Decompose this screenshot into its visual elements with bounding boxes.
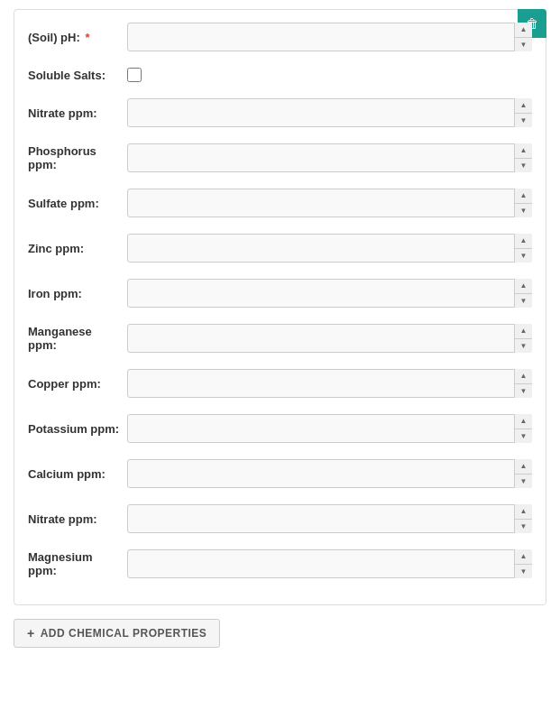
nitrate-ppm-1-label: Nitrate ppm:: [28, 106, 127, 120]
manganese-ppm-input[interactable]: [127, 324, 532, 353]
manganese-ppm-label: Manganese ppm:: [28, 325, 127, 352]
sulfate-ppm-spin-down[interactable]: ▼: [515, 204, 532, 218]
phosphorus-ppm-wrapper: ▲ ▼: [127, 143, 532, 172]
zinc-ppm-spinners: ▲ ▼: [514, 234, 532, 263]
sulfate-ppm-input[interactable]: [127, 189, 532, 217]
phosphorus-ppm-label: Phosphorus ppm:: [28, 144, 127, 171]
magnesium-ppm-spinners: ▲ ▼: [514, 549, 532, 578]
manganese-ppm-row: Manganese ppm: ▲ ▼: [28, 320, 532, 356]
nitrate-ppm-2-wrapper: ▲ ▼: [127, 504, 532, 533]
calcium-ppm-input[interactable]: [127, 459, 532, 488]
iron-ppm-input[interactable]: [127, 279, 532, 308]
manganese-ppm-wrapper: ▲ ▼: [127, 324, 532, 353]
zinc-ppm-label: Zinc ppm:: [28, 242, 127, 255]
iron-ppm-wrapper: ▲ ▼: [127, 279, 532, 308]
form-card: 🗑 (Soil) pH: * ▲ ▼ Soluble Salts: Nitrat…: [14, 9, 546, 605]
required-indicator: *: [85, 31, 89, 44]
potassium-ppm-input[interactable]: [127, 414, 532, 443]
potassium-ppm-row: Potassium ppm: ▲ ▼: [28, 410, 532, 447]
magnesium-ppm-spin-up[interactable]: ▲: [515, 549, 532, 565]
calcium-ppm-label: Calcium ppm:: [28, 467, 127, 481]
phosphorus-ppm-spinners: ▲ ▼: [514, 143, 532, 172]
nitrate-ppm-1-spin-down[interactable]: ▼: [515, 114, 532, 128]
copper-ppm-label: Copper ppm:: [28, 377, 127, 391]
phosphorus-ppm-spin-down[interactable]: ▼: [515, 159, 532, 173]
zinc-ppm-spin-down[interactable]: ▼: [515, 249, 532, 263]
add-button-label: ADD CHEMICAL PROPERTIES: [41, 627, 207, 640]
magnesium-ppm-row: Magnesium ppm: ▲ ▼: [28, 546, 532, 582]
iron-ppm-spin-down[interactable]: ▼: [515, 294, 532, 309]
magnesium-ppm-wrapper: ▲ ▼: [127, 549, 532, 578]
calcium-ppm-spin-down[interactable]: ▼: [515, 475, 532, 489]
soil-ph-spin-down[interactable]: ▼: [515, 38, 532, 52]
zinc-ppm-wrapper: ▲ ▼: [127, 234, 532, 263]
page-container: 🗑 (Soil) pH: * ▲ ▼ Soluble Salts: Nitrat…: [0, 0, 560, 728]
soil-ph-spinners: ▲ ▼: [514, 23, 532, 51]
magnesium-ppm-label: Magnesium ppm:: [28, 550, 127, 577]
calcium-ppm-row: Calcium ppm: ▲ ▼: [28, 456, 532, 492]
phosphorus-ppm-spin-up[interactable]: ▲: [515, 143, 532, 159]
manganese-ppm-spin-down[interactable]: ▼: [515, 339, 532, 354]
iron-ppm-spinners: ▲ ▼: [514, 279, 532, 308]
potassium-ppm-wrapper: ▲ ▼: [127, 414, 532, 443]
copper-ppm-spinners: ▲ ▼: [514, 369, 532, 398]
copper-ppm-row: Copper ppm: ▲ ▼: [28, 365, 532, 401]
nitrate-ppm-2-row: Nitrate ppm: ▲ ▼: [28, 501, 532, 537]
sulfate-ppm-spinners: ▲ ▼: [514, 189, 532, 217]
potassium-ppm-spin-up[interactable]: ▲: [515, 414, 532, 429]
copper-ppm-input[interactable]: [127, 369, 532, 398]
calcium-ppm-spin-up[interactable]: ▲: [515, 459, 532, 475]
soil-ph-label: (Soil) pH: *: [28, 31, 127, 44]
plus-icon: +: [27, 626, 35, 640]
soluble-salts-input[interactable]: [127, 68, 142, 82]
magnesium-ppm-input[interactable]: [127, 549, 532, 578]
nitrate-ppm-2-spin-down[interactable]: ▼: [515, 520, 532, 534]
phosphorus-ppm-input[interactable]: [127, 143, 532, 172]
nitrate-ppm-1-spinners: ▲ ▼: [514, 98, 532, 127]
manganese-ppm-spinners: ▲ ▼: [514, 324, 532, 353]
magnesium-ppm-spin-down[interactable]: ▼: [515, 565, 532, 579]
add-chemical-properties-button[interactable]: + ADD CHEMICAL PROPERTIES: [14, 619, 220, 648]
nitrate-ppm-1-spin-up[interactable]: ▲: [515, 98, 532, 114]
soil-ph-row: (Soil) pH: * ▲ ▼: [28, 19, 532, 55]
zinc-ppm-input[interactable]: [127, 234, 532, 263]
zinc-ppm-spin-up[interactable]: ▲: [515, 234, 532, 249]
potassium-ppm-spin-down[interactable]: ▼: [515, 429, 532, 444]
soil-ph-input[interactable]: [127, 23, 532, 51]
copper-ppm-spin-up[interactable]: ▲: [515, 369, 532, 384]
nitrate-ppm-2-spin-up[interactable]: ▲: [515, 504, 532, 520]
iron-ppm-spin-up[interactable]: ▲: [515, 279, 532, 294]
sulfate-ppm-label: Sulfate ppm:: [28, 197, 127, 210]
soluble-salts-label: Soluble Salts:: [28, 69, 127, 82]
zinc-ppm-row: Zinc ppm: ▲ ▼: [28, 230, 532, 266]
nitrate-ppm-1-input[interactable]: [127, 98, 532, 127]
manganese-ppm-spin-up[interactable]: ▲: [515, 324, 532, 339]
sulfate-ppm-spin-up[interactable]: ▲: [515, 189, 532, 204]
calcium-ppm-spinners: ▲ ▼: [514, 459, 532, 488]
iron-ppm-row: Iron ppm: ▲ ▼: [28, 275, 532, 311]
iron-ppm-label: Iron ppm:: [28, 287, 127, 300]
soluble-salts-row: Soluble Salts:: [28, 64, 532, 86]
soil-ph-wrapper: ▲ ▼: [127, 23, 532, 51]
nitrate-ppm-2-input[interactable]: [127, 504, 532, 533]
phosphorus-ppm-row: Phosphorus ppm: ▲ ▼: [28, 140, 532, 176]
soil-ph-spin-up[interactable]: ▲: [515, 23, 532, 38]
nitrate-ppm-1-row: Nitrate ppm: ▲ ▼: [28, 95, 532, 131]
potassium-ppm-spinners: ▲ ▼: [514, 414, 532, 443]
copper-ppm-wrapper: ▲ ▼: [127, 369, 532, 398]
sulfate-ppm-row: Sulfate ppm: ▲ ▼: [28, 185, 532, 221]
nitrate-ppm-2-label: Nitrate ppm:: [28, 512, 127, 526]
nitrate-ppm-2-spinners: ▲ ▼: [514, 504, 532, 533]
copper-ppm-spin-down[interactable]: ▼: [515, 384, 532, 399]
potassium-ppm-label: Potassium ppm:: [28, 422, 127, 436]
sulfate-ppm-wrapper: ▲ ▼: [127, 189, 532, 217]
calcium-ppm-wrapper: ▲ ▼: [127, 459, 532, 488]
nitrate-ppm-1-wrapper: ▲ ▼: [127, 98, 532, 127]
